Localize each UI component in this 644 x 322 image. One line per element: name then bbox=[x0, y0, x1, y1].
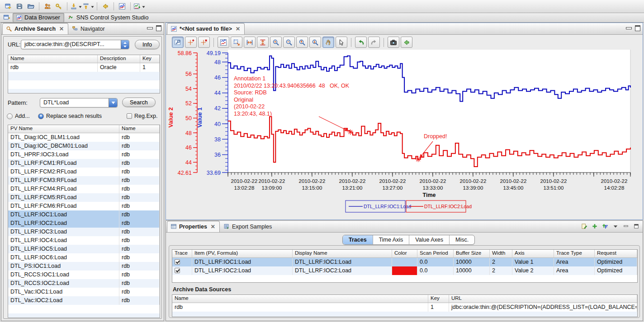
table-row[interactable]: DTL_Diag:IOC_BLM1:Loadrdb bbox=[8, 133, 160, 142]
annotation-text[interactable]: Original bbox=[234, 97, 253, 103]
column-header[interactable]: Trace Type bbox=[554, 250, 595, 257]
minimize-editor-icon[interactable] bbox=[626, 27, 632, 29]
pattern-combo[interactable]: DTL*Load bbox=[40, 98, 118, 107]
add-formula-button[interactable] bbox=[601, 223, 609, 230]
table-row[interactable]: DTL_HPRF:IOC3:Loadrdb bbox=[8, 150, 160, 159]
zoom-in-horizontal-button[interactable] bbox=[296, 37, 308, 48]
radio-add[interactable]: Add... bbox=[7, 113, 30, 119]
column-header[interactable]: Name bbox=[119, 125, 160, 133]
annotation-text[interactable]: Source: RDB bbox=[234, 89, 267, 96]
url-combo-stepper-icon[interactable] bbox=[121, 40, 129, 49]
annotation-text[interactable]: Annotation 1 bbox=[234, 75, 265, 82]
back-nav-button[interactable] bbox=[100, 1, 111, 12]
trace-color-swatch[interactable] bbox=[392, 266, 417, 275]
tab-export-samples[interactable]: Export Samples bbox=[220, 221, 276, 232]
zoom-in-button[interactable] bbox=[270, 37, 282, 48]
table-row[interactable]: DTL_LLRF:FCM3:RFLoadrdb bbox=[8, 176, 160, 185]
column-header[interactable]: Color bbox=[392, 250, 417, 257]
redo-button[interactable] bbox=[368, 37, 380, 48]
table-row[interactable]: DTL_LLRF:IOC3:Loadrdb bbox=[8, 228, 160, 236]
column-header[interactable]: Axis bbox=[512, 250, 554, 257]
column-header[interactable]: Scan Period bbox=[417, 250, 454, 257]
annotation-text[interactable]: 13:20:43, 48.1) bbox=[234, 111, 272, 117]
radio-replace[interactable]: Replace seach results bbox=[38, 113, 102, 119]
table-row[interactable]: DTL_Vac:IOC1:Loadrdb bbox=[8, 288, 160, 296]
zoom-out-button[interactable] bbox=[283, 37, 295, 48]
table-row[interactable]: DTL_Vac:IOC2:Loadrdb bbox=[8, 296, 160, 305]
close-tab-icon[interactable]: ✕ bbox=[236, 27, 240, 31]
tab-archive-search[interactable]: Archive Search ✕ bbox=[2, 23, 68, 34]
table-row[interactable]: DTL_LLRF:IOC2:Loadrdb bbox=[8, 219, 160, 228]
table-row[interactable]: rdbOracle1 bbox=[8, 63, 160, 72]
info-button[interactable]: Info bbox=[135, 40, 160, 49]
search-button[interactable]: Search bbox=[122, 98, 156, 107]
column-header[interactable]: Request bbox=[595, 250, 637, 257]
undo-button[interactable] bbox=[355, 37, 367, 48]
data-browser-button[interactable] bbox=[117, 1, 128, 12]
table-row[interactable]: DTL_LLRF:FCM1:RFLoadrdb bbox=[8, 159, 160, 168]
column-header[interactable]: Key bbox=[140, 55, 160, 63]
zoom-horizontal-button[interactable] bbox=[244, 37, 256, 48]
perspective-tab-data-browser[interactable]: Data Browser bbox=[13, 13, 64, 23]
table-row[interactable]: DTL_RCCS:IOC2:Loadrdb bbox=[8, 279, 160, 288]
table-row[interactable]: DTL_LLRF:IOC1:LoadDTL_LLRF:IOC1:Load0.01… bbox=[172, 258, 637, 266]
users-button[interactable] bbox=[42, 1, 53, 12]
tab-editor-plot[interactable]: *<Not saved to file> ✕ bbox=[167, 23, 245, 34]
view-menu-button[interactable] bbox=[611, 223, 619, 230]
table-row[interactable]: DTL_LLRF:IOC1:Loadrdb bbox=[8, 210, 160, 219]
edit-annotation-button[interactable] bbox=[580, 223, 588, 230]
xy-chart[interactable]: 49.194846444240383633.69Value 158.865654… bbox=[166, 50, 643, 219]
column-header[interactable]: Key bbox=[428, 295, 449, 303]
pattern-combo-dropdown-icon[interactable] bbox=[109, 98, 117, 107]
column-header[interactable]: Description bbox=[98, 55, 140, 63]
tab-properties[interactable]: Properties ✕ bbox=[167, 221, 220, 232]
key-button[interactable] bbox=[53, 1, 64, 12]
dropdown-caret-icon[interactable] bbox=[90, 3, 94, 9]
perspective-tab-sns-css[interactable]: SNS Control System Studio bbox=[65, 13, 152, 22]
minimize-view-icon[interactable] bbox=[147, 27, 153, 29]
snapshot-button[interactable] bbox=[388, 37, 399, 48]
table-row[interactable]: DTL_LLRF:FCM6:RFLoadrdb bbox=[8, 202, 160, 210]
table-row[interactable]: rdb1jdbc:oracle:thin:@(DESCRIPTION=(ADDR… bbox=[172, 303, 637, 312]
export-button[interactable] bbox=[82, 1, 94, 12]
close-tab-icon[interactable]: ✕ bbox=[211, 224, 215, 229]
table-row[interactable]: DTL_LLRF:IOC2:LoadDTL_LLRF:IOC2:Load0.01… bbox=[172, 266, 637, 275]
column-header[interactable]: Width bbox=[490, 250, 512, 257]
zoom-vertical-button[interactable] bbox=[257, 37, 269, 48]
subtab-misc[interactable]: Misc. bbox=[450, 235, 474, 244]
close-tab-icon[interactable]: ✕ bbox=[59, 27, 64, 31]
table-row[interactable]: DTL_LLRF:IOC4:Loadrdb bbox=[8, 236, 160, 245]
table-row[interactable]: DTL_LLRF:FCM5:RFLoadrdb bbox=[8, 193, 160, 202]
save-button[interactable] bbox=[14, 1, 25, 12]
configure-button[interactable] bbox=[172, 37, 184, 48]
new-wizard-button[interactable] bbox=[3, 1, 14, 12]
pointer-button[interactable] bbox=[336, 37, 347, 48]
minimize-button[interactable] bbox=[622, 223, 630, 230]
dropdown-caret-icon[interactable] bbox=[78, 3, 82, 9]
table-row[interactable]: DTL_PS:IOC1:Loadrdb bbox=[8, 262, 160, 271]
annotation-text[interactable]: (2010-02-22 bbox=[234, 103, 265, 110]
maximize-editor-icon[interactable] bbox=[635, 25, 640, 31]
zoom-rubberband-button[interactable] bbox=[231, 37, 242, 48]
new-chart-button[interactable] bbox=[133, 1, 145, 12]
pan-button[interactable] bbox=[322, 37, 334, 48]
trace-color-swatch[interactable] bbox=[392, 258, 417, 266]
table-row[interactable]: DTL_RCCS:IOC1:Loadrdb bbox=[8, 271, 160, 279]
annotation-text[interactable]: Dropped! bbox=[424, 133, 447, 140]
column-header[interactable]: URL bbox=[449, 295, 637, 303]
table-row[interactable]: DTL_LLRF:IOC5:Loadrdb bbox=[8, 245, 160, 253]
table-row[interactable]: DTL_LLRF:IOC6:Loadrdb bbox=[8, 253, 160, 262]
add-annotation-button[interactable] bbox=[185, 37, 197, 48]
table-row[interactable]: DTL_LLRF:FCM4:RFLoadrdb bbox=[8, 185, 160, 193]
tab-navigator[interactable]: Navigator bbox=[68, 23, 109, 34]
annotation-text[interactable]: 2010/02/22 13:20:43.940635666 48 OK, OK bbox=[234, 83, 350, 89]
remove-annotation-button[interactable] bbox=[198, 37, 210, 48]
table-row[interactable]: DTL_LLRF:FCM2:RFLoadrdb bbox=[8, 168, 160, 176]
maximize-view-icon[interactable] bbox=[156, 25, 161, 31]
dropdown-caret-icon[interactable] bbox=[141, 3, 145, 9]
trace-visible-checkbox[interactable] bbox=[175, 259, 180, 265]
column-header[interactable]: Name bbox=[172, 295, 428, 303]
regexp-checkbox[interactable]: Reg.Exp. bbox=[127, 113, 157, 119]
column-header[interactable]: Name bbox=[8, 55, 98, 63]
zoom-out-horizontal-button[interactable] bbox=[309, 37, 321, 48]
